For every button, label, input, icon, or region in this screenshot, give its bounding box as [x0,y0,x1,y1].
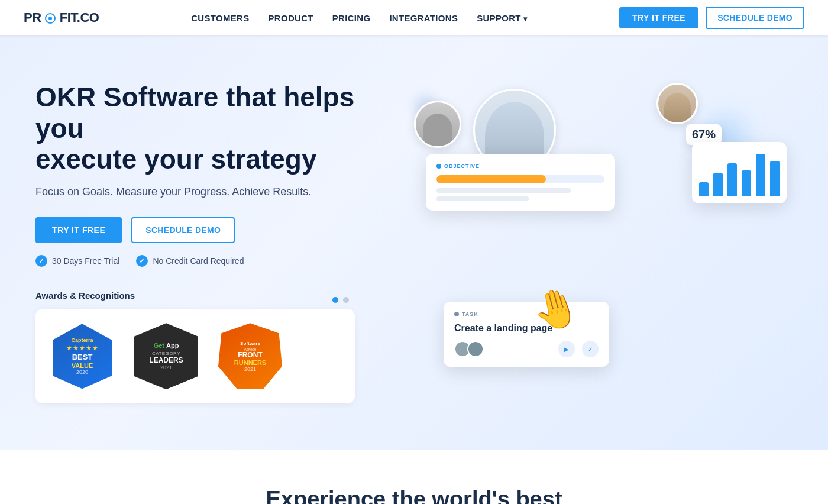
okr-dot-icon [436,164,441,169]
carousel-dot-1[interactable] [332,297,338,303]
chart-bar-4 [742,170,751,196]
hero-illustration: 67% OBJECTIVE 🤚 TASK Create a la [379,71,804,414]
awards-section: Awards & Recognitions Capterra ★★★★★ BES… [35,290,379,403]
hero-subtitle: Focus on Goals. Measure your Progress. A… [35,186,379,198]
hero-section: OKR Software that helps you execute your… [0,35,828,450]
task-dot-icon [454,312,459,316]
task-avatar-2 [467,341,484,357]
capterra-value: VALUE [72,362,93,369]
carousel-dot-2[interactable] [343,297,349,303]
sa-runners: RUNNERS [234,359,266,366]
check-icon-cc [136,255,148,267]
nav-actions: TRY IT FREE SCHEDULE DEMO [619,7,804,29]
task-card: TASK Create a landing page ▶ ✓ [444,302,609,367]
nav-pricing[interactable]: PRICING [332,13,371,23]
nav-try-free-button[interactable]: TRY IT FREE [619,7,698,28]
getapp-category: CATEGORY [152,351,180,356]
nav-customers[interactable]: CUSTOMERS [191,13,249,23]
support-chevron-icon [523,13,527,23]
okr-card: OBJECTIVE [426,154,615,211]
capterra-logo-text: Capterra [71,337,93,343]
okr-bar-fill [436,175,546,183]
logo[interactable]: PR FIT.CO [24,10,99,25]
nav-schedule-button[interactable]: SCHEDULE DEMO [706,7,804,29]
task-action-icons: ▶ ✓ [558,341,599,357]
task-check-icon[interactable]: ✓ [582,341,599,357]
task-avatars [454,341,480,357]
task-footer: ▶ ✓ [454,341,599,357]
getapp-year: 2021 [160,364,172,370]
hero-schedule-button[interactable]: SCHEDULE DEMO [131,217,235,243]
bottom-section: Experience the world's best iterative bu… [0,450,828,504]
navbar: PR FIT.CO CUSTOMERS PRODUCT PRICING INTE… [0,0,828,35]
okr-line-2 [436,196,529,201]
avatar-third [656,83,698,124]
okr-label: OBJECTIVE [436,163,604,169]
hero-buttons: TRY IT FREE SCHEDULE DEMO [35,217,379,243]
award-capterra: Capterra ★★★★★ BEST VALUE 2020 [50,321,115,392]
getapp-logo: Get App [154,342,179,349]
chart-bar-6 [770,161,780,196]
okr-bar-bg [436,175,604,183]
chart-card [692,142,787,203]
nav-support[interactable]: SUPPORT [477,13,527,23]
hero-try-free-button[interactable]: TRY IT FREE [35,217,122,243]
trust-trial: 30 Days Free Trial [35,255,119,267]
chart-bar-1 [699,182,709,196]
getapp-leaders: LEADERS [149,356,183,364]
award-getapp: Get App CATEGORY LEADERS 2021 [134,321,199,392]
capterra-stars: ★★★★★ [66,344,99,352]
okr-line-1 [436,188,571,193]
awards-title: Awards & Recognitions [35,290,379,301]
carousel-dots [332,297,349,303]
trust-no-cc: No Credit Card Required [136,255,244,267]
okr-progress-bar-wrap [436,175,604,183]
task-play-icon[interactable]: ▶ [558,341,575,357]
chart-bar-2 [713,173,723,196]
hero-trust: 30 Days Free Trial No Credit Card Requir… [35,255,379,267]
awards-container: Capterra ★★★★★ BEST VALUE 2020 Get App [35,309,355,403]
nav-product[interactable]: PRODUCT [269,13,313,23]
capterra-best: BEST [72,353,93,361]
chart-bar-3 [727,163,737,196]
avatar-small [414,101,461,148]
chart-bars [699,149,780,196]
nav-links: CUSTOMERS PRODUCT PRICING INTEGRATIONS S… [191,13,527,23]
hero-content: OKR Software that helps you execute your… [35,82,379,404]
check-icon-trial [35,255,47,267]
capterra-year: 2020 [76,369,88,375]
sa-logo-text: Software [240,341,260,346]
hero-title: OKR Software that helps you execute your… [35,82,379,176]
chart-bar-5 [756,154,765,196]
award-softwareadvice: Software Advice FRONT RUNNERS 2021 [218,321,283,392]
sa-year: 2021 [244,366,256,372]
sa-front: FRONT [238,351,262,359]
bottom-title: Experience the world's best iterative bu… [24,485,804,504]
nav-integrations[interactable]: INTEGRATIONS [389,13,458,23]
